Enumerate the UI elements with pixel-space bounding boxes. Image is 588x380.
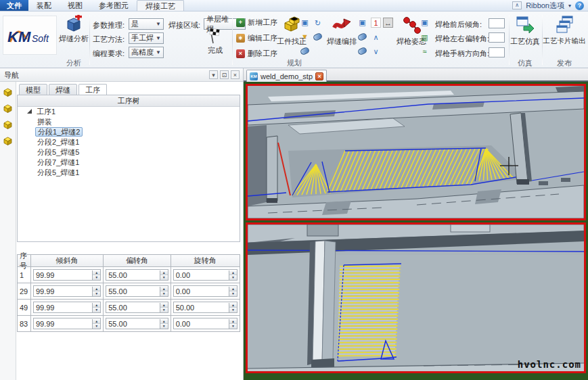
spin-down-icon[interactable]: ▼ xyxy=(160,308,168,312)
viewport-top[interactable] xyxy=(246,84,586,220)
gun-angle2-input[interactable] xyxy=(489,32,505,43)
tree-node-2[interactable]: 分段2_焊缝1 xyxy=(18,137,240,147)
spin-up-icon[interactable]: ▲ xyxy=(160,319,168,324)
weld-bead-icon[interactable] xyxy=(357,47,368,56)
angle-spinbox[interactable]: 0.00 ▲▼ xyxy=(173,318,238,329)
spin-down-icon[interactable]: ▼ xyxy=(229,291,237,296)
panel-close-icon[interactable]: × xyxy=(231,70,240,79)
index-one-icon[interactable]: 1 xyxy=(371,18,381,28)
edit-process-icon: ∗ xyxy=(236,34,245,43)
ribbon-options-caret-icon[interactable]: ▾ xyxy=(568,3,571,9)
menu-tab-3[interactable]: 参考图元 xyxy=(91,0,137,11)
chevron-up-icon[interactable]: ∧ xyxy=(371,32,381,43)
menu-tab-0[interactable]: 文件 xyxy=(0,0,28,11)
spin-down-icon[interactable]: ▼ xyxy=(93,324,100,329)
snapshot-icon[interactable]: ▣ xyxy=(357,18,367,28)
angle-spinbox[interactable]: 55.00 ▲▼ xyxy=(106,285,168,297)
spin-down-icon[interactable]: ▼ xyxy=(93,291,100,296)
menu-tab-2[interactable]: 视图 xyxy=(60,0,91,11)
spin-down-icon[interactable]: ▼ xyxy=(229,275,237,280)
card-output-button[interactable]: 工艺卡片输出 xyxy=(543,15,586,46)
program-req-combo[interactable]: 高精度▼ xyxy=(129,47,164,58)
spin-up-icon[interactable]: ▲ xyxy=(93,270,100,275)
spin-down-icon[interactable]: ▼ xyxy=(160,291,168,296)
gun-angle3-input[interactable] xyxy=(489,47,505,57)
spin-up-icon[interactable]: ▲ xyxy=(160,303,168,308)
spin-down-icon[interactable]: ▼ xyxy=(229,324,237,329)
tree-node-5[interactable]: 分段5_焊缝1 xyxy=(18,168,240,178)
edit-process-button[interactable]: ∗ 编辑工序 xyxy=(236,33,277,43)
snapshot-icon[interactable]: ▣ xyxy=(420,18,430,28)
angle-cell: 99.99 ▲▼ xyxy=(31,267,104,283)
angle-cell: 55.00 ▲▼ xyxy=(104,316,171,331)
process-tree-header: 工序树 xyxy=(18,95,240,107)
ruler-icon[interactable]: ↔ xyxy=(383,18,393,28)
gun-angle1-input[interactable] xyxy=(489,18,505,28)
weld-analysis-button[interactable]: 焊缝分析 xyxy=(60,15,88,44)
curve-icon[interactable]: ≈ xyxy=(420,47,430,57)
spin-down-icon[interactable]: ▼ xyxy=(93,275,100,280)
expander-icon[interactable] xyxy=(27,109,32,114)
snapshot-icon[interactable]: ▣ xyxy=(300,18,310,28)
angle-spinbox[interactable]: 55.00 ▲▼ xyxy=(106,269,168,281)
tree-node-1[interactable]: 分段1_焊缝2 xyxy=(18,127,240,137)
library-icon[interactable]: ▥ xyxy=(420,32,430,43)
nav-strip-cube-icon-1[interactable] xyxy=(2,102,14,114)
spin-up-icon[interactable]: ▲ xyxy=(229,303,237,308)
spin-up-icon[interactable]: ▲ xyxy=(160,270,168,275)
viewport-bottom[interactable]: hvolnc.com xyxy=(246,222,586,373)
angle-spinbox[interactable]: 55.00 ▲▼ xyxy=(106,302,168,313)
angle-spinbox[interactable]: 99.99 ▲▼ xyxy=(33,269,101,281)
help-icon[interactable]: ? xyxy=(575,1,584,10)
spin-up-icon[interactable]: ▲ xyxy=(93,319,100,324)
spin-up-icon[interactable]: ▲ xyxy=(229,319,237,324)
table-header-2: 偏转角 xyxy=(104,255,171,266)
add-process-button[interactable]: + 新增工序 xyxy=(236,18,277,28)
weld-bead-icon[interactable] xyxy=(300,47,311,56)
ribbon-collapse-icon[interactable]: ∧ xyxy=(512,1,522,9)
spin-down-icon[interactable]: ▼ xyxy=(160,324,168,329)
spin-up-icon[interactable]: ▲ xyxy=(160,287,168,291)
chevron-down-icon[interactable]: ∨ xyxy=(371,47,381,57)
navigator-titlebar: 导航 ▾ ⊡ × xyxy=(0,68,244,82)
angle-spinbox[interactable]: 0.00 ▲▼ xyxy=(173,269,238,281)
process-method-combo[interactable]: 手工焊▼ xyxy=(129,32,164,44)
simulate-button[interactable]: 工艺仿真 xyxy=(510,15,541,47)
angle-spinbox[interactable]: 99.99 ▲▼ xyxy=(33,302,101,313)
spin-up-icon[interactable]: ▲ xyxy=(93,287,100,291)
angle-value: 50.00 xyxy=(174,304,229,312)
angle-spinbox[interactable]: 99.99 ▲▼ xyxy=(33,285,101,297)
spin-down-icon[interactable]: ▼ xyxy=(229,308,237,312)
tree-node-0[interactable]: 拼装 xyxy=(18,117,240,127)
document-tab[interactable]: KM weld_demo_stp × xyxy=(246,70,327,82)
pour-icon[interactable]: ▼ xyxy=(300,32,310,42)
menu-tab-1[interactable]: 装配 xyxy=(28,0,60,11)
angle-spinbox[interactable]: 0.00 ▲▼ xyxy=(173,285,238,297)
menu-tab-4[interactable]: 焊接工艺 xyxy=(137,0,184,11)
nav-strip-cube-icon-2[interactable] xyxy=(2,118,14,130)
weld-arrange-button[interactable]: 焊缝编排 xyxy=(323,15,360,47)
nav-strip-cube-icon-0[interactable] xyxy=(2,86,14,98)
param-inference-combo[interactable]: 是▼ xyxy=(129,18,164,30)
finish-button[interactable]: 完成 xyxy=(200,28,230,55)
angle-spinbox[interactable]: 55.00 ▲▼ xyxy=(106,318,168,329)
panel-pin-icon[interactable]: ⊡ xyxy=(220,70,229,79)
tree-node-root[interactable]: 工序1 xyxy=(18,107,240,117)
tree-node-3[interactable]: 分段5_焊缝5 xyxy=(18,147,240,158)
tree-node-4[interactable]: 分段7_焊缝1 xyxy=(18,158,240,168)
document-close-icon[interactable]: × xyxy=(315,72,323,80)
ribbon-options-label[interactable]: Ribbon选项 xyxy=(526,1,564,11)
spin-down-icon[interactable]: ▼ xyxy=(160,275,168,280)
panel-dropdown-icon[interactable]: ▾ xyxy=(209,70,218,79)
weld-bead-icon[interactable] xyxy=(313,32,323,42)
spin-up-icon[interactable]: ▲ xyxy=(93,303,100,308)
nav-strip-cube-icon-3[interactable] xyxy=(2,135,14,147)
spin-down-icon[interactable]: ▼ xyxy=(93,308,100,312)
spin-up-icon[interactable]: ▲ xyxy=(229,270,237,275)
angle-spinbox[interactable]: 50.00 ▲▼ xyxy=(173,302,238,313)
angle-spinbox[interactable]: 99.99 ▲▼ xyxy=(33,318,101,329)
spin-up-icon[interactable]: ▲ xyxy=(229,287,237,291)
rotate-icon[interactable]: ↻ xyxy=(313,18,323,28)
mdi-area: hvolnc.com xyxy=(244,82,588,380)
delete-process-button[interactable]: × 删除工序 xyxy=(236,49,277,59)
